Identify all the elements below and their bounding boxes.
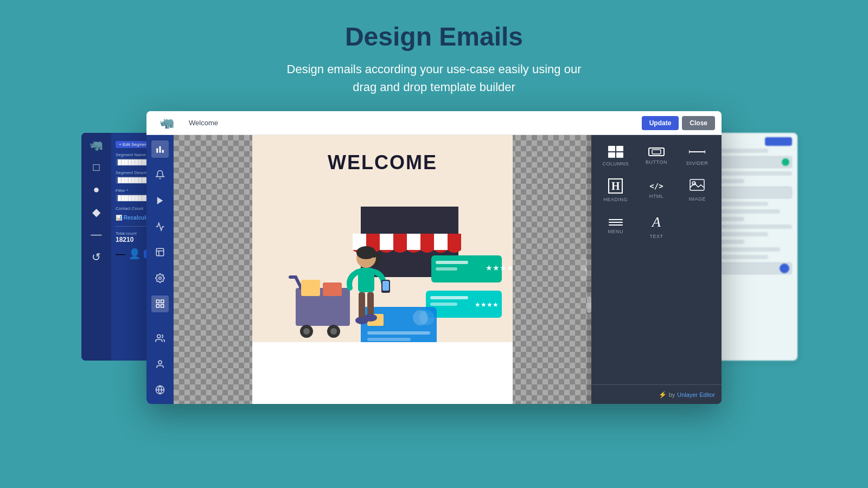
svg-rect-42 <box>367 338 411 341</box>
svg-rect-29 <box>430 296 468 299</box>
svg-rect-54 <box>652 150 661 154</box>
block-text-label: TEXT <box>649 234 663 239</box>
nav-icon-notify[interactable] <box>151 166 169 184</box>
divider-icon <box>689 146 705 157</box>
rhino-logo: 🦏 <box>159 116 174 130</box>
svg-rect-0 <box>156 148 158 152</box>
block-heading[interactable]: H HEADING <box>596 172 635 207</box>
svg-text:★★★★: ★★★★ <box>475 301 499 309</box>
nav-icon-gear[interactable] <box>151 269 169 287</box>
svg-rect-18 <box>361 207 458 212</box>
close-button[interactable]: Close <box>682 116 715 130</box>
svg-point-46 <box>356 246 376 259</box>
block-button-label: BUTTON <box>646 159 667 165</box>
nav-icon-arrow[interactable] <box>151 192 169 209</box>
right-bg-dot-green <box>782 158 789 166</box>
svg-rect-58 <box>690 179 704 190</box>
page-header: Design Emails Design emails according yo… <box>287 0 582 106</box>
button-icon <box>648 147 665 156</box>
block-divider-label: DIVIDER <box>686 160 708 166</box>
editor-left-nav <box>146 135 174 404</box>
svg-rect-4 <box>156 248 164 256</box>
svg-rect-1 <box>159 146 161 153</box>
nav-icon-template[interactable] <box>151 243 169 261</box>
tab-name: Welcome <box>180 119 227 127</box>
nav-icon-globe[interactable] <box>151 381 169 399</box>
heading-icon: H <box>608 178 623 194</box>
svg-rect-9 <box>161 300 164 303</box>
block-image[interactable]: IMAGE <box>678 172 717 207</box>
sidebar-icon-1: □ <box>93 161 99 174</box>
svg-rect-51 <box>367 292 374 317</box>
block-button[interactable]: BUTTON <box>636 139 676 171</box>
block-menu-label: MENU <box>608 229 623 234</box>
block-menu[interactable]: MENU <box>596 208 635 243</box>
svg-rect-11 <box>161 305 164 307</box>
email-welcome-text: WELCOME <box>263 151 502 174</box>
svg-point-44 <box>419 310 435 325</box>
nav-icon-stats[interactable] <box>151 140 169 158</box>
logo-area: 🦏 <box>153 116 180 130</box>
svg-rect-10 <box>156 305 159 307</box>
block-columns-label: COLUMNS <box>602 161 629 166</box>
home-icon: 🦏 <box>90 138 103 151</box>
block-image-label: IMAGE <box>689 196 706 202</box>
lightning-icon: ⚡ <box>659 391 667 399</box>
editor-window: 🦏 Welcome Update Close <box>146 111 722 404</box>
unlayer-text: Unlayer Editor <box>677 391 715 398</box>
right-bg-button <box>765 137 792 146</box>
page-subtitle: Design emails according your use-case ea… <box>287 60 582 96</box>
canvas-scrollbar[interactable] <box>587 135 591 404</box>
svg-marker-21 <box>380 234 393 250</box>
svg-rect-41 <box>367 331 430 335</box>
svg-rect-37 <box>301 280 320 296</box>
svg-point-13 <box>158 361 162 364</box>
screenshot-wrapper: 🦏 □ ● ◆ — ↺ + Edit Segment Segment Name … <box>114 111 754 404</box>
nav-icon-team[interactable] <box>151 330 169 347</box>
svg-rect-50 <box>359 292 365 319</box>
blocks-grid: COLUMNS BUTTON <box>591 135 722 248</box>
svg-marker-23 <box>434 234 448 250</box>
sidebar-icon-4: — <box>91 228 102 241</box>
email-content: WELCOME <box>252 135 513 404</box>
text-icon: A <box>652 214 661 230</box>
block-columns[interactable]: COLUMNS <box>596 139 635 171</box>
columns-icon <box>608 146 623 158</box>
block-heading-label: HEADING <box>603 197 628 202</box>
svg-point-36 <box>330 328 337 335</box>
nav-icon-user[interactable] <box>151 356 169 373</box>
block-text[interactable]: A TEXT <box>636 208 676 243</box>
menu-icon <box>609 219 623 226</box>
svg-rect-26 <box>436 267 457 271</box>
svg-rect-8 <box>156 300 159 303</box>
update-button[interactable]: Update <box>642 116 679 130</box>
nav-icon-chart[interactable] <box>151 218 169 235</box>
right-bg-dot-blue <box>780 264 789 273</box>
svg-point-34 <box>303 328 310 335</box>
svg-rect-25 <box>436 261 468 264</box>
nav-icon-grid[interactable] <box>151 296 169 313</box>
editor-canvas: WELCOME <box>174 135 591 404</box>
svg-marker-22 <box>407 234 420 250</box>
left-sidebar: 🦏 □ ● ◆ — ↺ <box>81 133 111 361</box>
svg-point-53 <box>364 314 377 322</box>
email-illustration: ★★★★★ ★★★★ <box>252 190 513 342</box>
svg-rect-38 <box>323 282 342 296</box>
svg-rect-2 <box>162 150 164 152</box>
email-welcome-header: WELCOME <box>252 135 513 190</box>
editor-right-panel: COLUMNS BUTTON <box>591 135 722 404</box>
editor-body: WELCOME <box>146 135 722 404</box>
svg-rect-30 <box>430 303 457 306</box>
blocks-panel: COLUMNS BUTTON <box>591 135 722 384</box>
svg-point-7 <box>159 277 162 280</box>
right-panel-footer: ⚡ by Unlayer Editor <box>591 384 722 404</box>
block-html[interactable]: </> HTML <box>636 172 676 207</box>
by-text: by <box>669 391 675 398</box>
svg-point-12 <box>157 335 161 338</box>
svg-text:★★★★★: ★★★★★ <box>486 264 513 272</box>
sidebar-icon-2: ● <box>93 183 99 196</box>
canvas-scrollbar-thumb <box>587 297 591 313</box>
block-divider[interactable]: DIVIDER <box>678 139 717 171</box>
block-html-label: HTML <box>649 194 664 199</box>
image-icon <box>690 179 705 193</box>
